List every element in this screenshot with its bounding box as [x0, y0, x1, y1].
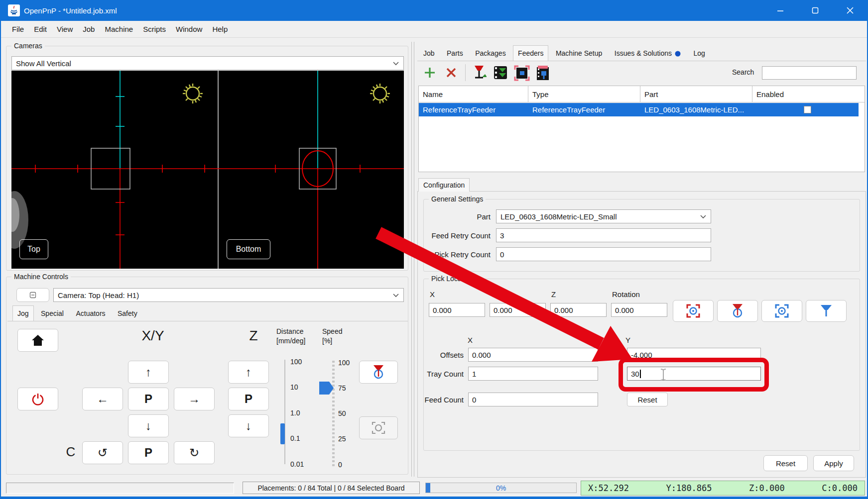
jog-target-selector[interactable]: Camera: Top (Head: H1) [53, 288, 404, 302]
menu-scripts[interactable]: Scripts [138, 22, 171, 36]
collapse-jog-button[interactable] [16, 288, 49, 302]
position-camera-button[interactable] [359, 416, 398, 439]
machine-controls-panel: Machine Controls Camera: Top (Head: H1) … [6, 277, 408, 475]
tab-feeders[interactable]: Feeders [513, 45, 548, 61]
window-bottom-border [1, 497, 868, 499]
tab-actuators[interactable]: Actuators [71, 307, 110, 320]
tab-special[interactable]: Special [36, 307, 69, 320]
column-header-enabled[interactable]: Enabled [752, 86, 859, 102]
offsets-x-field[interactable]: 0.000 [468, 348, 598, 362]
show-part-in-camera-button[interactable] [513, 64, 531, 82]
delete-x-icon [446, 68, 456, 78]
home-button[interactable] [17, 329, 58, 352]
jog-c-cw-button[interactable]: ↻ [174, 441, 215, 464]
up-arrow-icon: ↑ [145, 365, 151, 379]
maximize-icon [812, 7, 819, 14]
distance-slider[interactable]: 100 10 1.0 0.1 0.01 [279, 358, 314, 467]
delete-feeder-button[interactable] [444, 65, 459, 80]
apply-button[interactable]: Apply [813, 455, 854, 471]
set-part-location-button[interactable] [534, 64, 552, 82]
jog-z-plus-button[interactable]: ↑ [228, 361, 269, 384]
column-header-part[interactable]: Part [640, 86, 752, 102]
close-button[interactable] [836, 0, 865, 21]
pick-retry-count-field[interactable]: 0 [496, 247, 711, 261]
tab-log[interactable]: Log [688, 47, 710, 60]
rotate-cw-icon: ↻ [189, 446, 199, 460]
reset-button[interactable]: Reset [763, 455, 808, 471]
pick-feeder-icon [493, 65, 508, 80]
jog-y-plus-button[interactable]: ↑ [128, 361, 169, 384]
tray-count-y-field[interactable]: 30 [627, 367, 761, 381]
dro-x: X:52.292 [588, 483, 629, 493]
menu-window[interactable]: Window [171, 22, 207, 36]
enabled-checkbox[interactable] [804, 106, 811, 113]
table-row[interactable]: ReferenceTrayFeeder ReferenceTrayFeeder … [419, 103, 859, 116]
tray-count-label: Tray Count [424, 370, 464, 378]
tray-count-x-field[interactable]: 1 [468, 367, 598, 381]
machine-controls-tabs: Jog Special Actuators Safety [12, 305, 142, 321]
camera-view-selector[interactable]: Show All Vertical [11, 56, 404, 70]
cameras-legend: Cameras [11, 42, 45, 50]
tab-configuration[interactable]: Configuration [418, 178, 470, 192]
capture-camera-icon [686, 303, 701, 318]
menu-machine[interactable]: Machine [100, 22, 138, 36]
add-feeder-button[interactable] [422, 65, 437, 80]
menu-edit[interactable]: Edit [29, 22, 52, 36]
speed-slider[interactable]: 100 75 50 25 0 [319, 358, 355, 469]
jog-y-minus-button[interactable]: ↓ [128, 414, 169, 437]
minimize-button[interactable] [766, 0, 795, 21]
capture-nozzle-location-button[interactable] [717, 300, 758, 322]
tab-packages[interactable]: Packages [470, 47, 510, 60]
move-camera-to-location-button[interactable] [761, 300, 802, 322]
column-header-type[interactable]: Type [528, 86, 640, 102]
feed-retry-count-field[interactable]: 3 [496, 228, 711, 242]
tab-parts[interactable]: Parts [442, 47, 468, 60]
menu-help[interactable]: Help [207, 22, 233, 36]
z-axis-label: Z [240, 328, 267, 344]
jog-x-plus-button[interactable]: → [174, 388, 215, 410]
tab-job[interactable]: Job [418, 47, 440, 60]
tab-machine-setup[interactable]: Machine Setup [551, 47, 607, 60]
jog-x-minus-button[interactable]: ← [82, 388, 123, 410]
vertical-splitter[interactable] [411, 42, 412, 477]
top-camera-label: Top [19, 239, 48, 259]
capture-nozzle-icon [731, 303, 744, 318]
camera-view-canvas[interactable]: Top Bottom [11, 71, 404, 269]
jog-z-minus-button[interactable]: ↓ [228, 414, 269, 437]
chevron-down-icon [700, 214, 707, 219]
collapse-icon [29, 292, 36, 299]
park-xy-button[interactable]: P [128, 388, 169, 410]
speed-slider-handle[interactable] [319, 381, 334, 395]
java-app-icon [8, 4, 20, 18]
tab-jog[interactable]: Jog [12, 305, 34, 321]
maximize-button[interactable] [801, 0, 830, 21]
power-icon [31, 393, 44, 405]
menu-job[interactable]: Job [78, 22, 100, 36]
search-input[interactable] [762, 66, 857, 80]
park-z-button[interactable]: P [228, 388, 269, 410]
feed-feeder-button[interactable] [471, 64, 488, 81]
text-caret [640, 370, 641, 378]
tab-issues-solutions[interactable]: Issues & Solutions [610, 47, 686, 60]
pick-z-field[interactable]: 0.000 [550, 303, 607, 317]
park-nozzle-button[interactable] [359, 361, 398, 384]
power-button[interactable] [17, 388, 58, 410]
offsets-y-field[interactable]: -4.000 [627, 348, 761, 362]
column-header-name[interactable]: Name [419, 86, 528, 102]
feed-count-field[interactable]: 0 [468, 393, 598, 406]
move-nozzle-to-location-button[interactable] [806, 300, 847, 322]
tab-safety[interactable]: Safety [113, 307, 142, 320]
pick-y-field[interactable]: 0.000 [490, 303, 546, 317]
pick-x-field[interactable]: 0.000 [429, 303, 485, 317]
capture-camera-location-button[interactable] [673, 300, 714, 322]
pick-feeder-button[interactable] [492, 64, 509, 81]
menu-view[interactable]: View [52, 22, 78, 36]
distance-slider-handle[interactable] [280, 423, 285, 444]
feed-count-reset-button[interactable]: Reset [627, 393, 668, 406]
menu-file[interactable]: File [7, 22, 29, 36]
pick-rotation-field[interactable]: 0.000 [611, 303, 667, 317]
feed-count-label: Feed Count [424, 396, 464, 404]
park-c-button[interactable]: P [128, 441, 169, 464]
jog-c-ccw-button[interactable]: ↺ [82, 441, 123, 464]
part-selector[interactable]: LED_0603_1608Metric-LED_Small [496, 209, 711, 223]
